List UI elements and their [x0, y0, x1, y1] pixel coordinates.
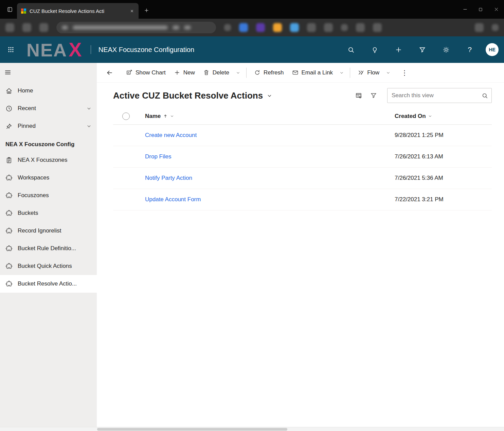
close-button[interactable]	[488, 0, 504, 19]
extension-blurred-icon[interactable]	[290, 23, 299, 32]
delete-dropdown-chevron-icon[interactable]	[233, 66, 243, 80]
extension-blurred-icon[interactable]	[224, 24, 231, 31]
view-search-input[interactable]	[392, 92, 482, 99]
sitemap-sidebar: Home Recent Pinned NEA X	[0, 63, 97, 427]
new-tab-button[interactable]	[141, 4, 152, 16]
flow-button[interactable]: Flow	[354, 66, 383, 80]
sidebar-item-recent[interactable]: Recent	[0, 100, 97, 117]
sitemap-group-title: NEA X Focuszone Config	[0, 135, 97, 151]
email-dropdown-chevron-icon[interactable]	[337, 66, 346, 80]
reload-nav-blurred-icon[interactable]	[39, 23, 48, 32]
forward-nav-blurred-icon[interactable]	[22, 23, 31, 32]
column-header-name[interactable]: Name	[139, 113, 386, 120]
extension-blurred-icon[interactable]	[239, 23, 248, 32]
sidebar-item-bucket-rule-definitions[interactable]: Bucket Rule Definitio...	[0, 240, 97, 257]
trash-icon	[203, 69, 210, 76]
search-icon[interactable]	[343, 42, 359, 57]
record-link[interactable]: Update Account Form	[145, 196, 201, 203]
extension-blurred-icon[interactable]	[273, 23, 282, 32]
gear-icon[interactable]	[438, 42, 454, 57]
sidebar-item-home[interactable]: Home	[0, 82, 97, 100]
email-icon	[292, 69, 299, 76]
sitemap-collapse-icon[interactable]	[0, 63, 97, 82]
plus-icon[interactable]	[391, 42, 406, 57]
extension-blurred-icon[interactable]	[356, 23, 365, 32]
sidebar-item-nea-x-focuszones[interactable]: NEA X Focuszones	[0, 151, 97, 169]
sidebar-item-label: Focuszones	[18, 192, 49, 199]
filter-icon[interactable]	[414, 42, 430, 57]
browser-tab[interactable]: CUZ Bucket Resolve Actions Acti	[17, 3, 139, 19]
record-link[interactable]: Drop Files	[145, 153, 171, 160]
browser-menu-blurred-icon[interactable]	[492, 24, 499, 31]
edit-filters-icon[interactable]	[366, 88, 381, 103]
browser-titlebar: CUZ Bucket Resolve Actions Acti	[0, 0, 504, 19]
sidebar-item-workspaces[interactable]: Workspaces	[0, 169, 97, 187]
user-avatar[interactable]: HE	[486, 43, 499, 56]
addr-blurred-icon	[173, 25, 179, 30]
logo-accent: X	[69, 40, 82, 59]
flow-dropdown-chevron-icon[interactable]	[383, 66, 393, 80]
back-nav-blurred-icon[interactable]	[5, 23, 14, 32]
extension-blurred-icon[interactable]	[341, 24, 348, 31]
extension-blurred-icon[interactable]	[256, 23, 265, 32]
extension-blurred-icon[interactable]	[324, 23, 333, 32]
created-on-value: 7/26/2021 6:13 AM	[386, 153, 492, 160]
lock-blurred-icon	[62, 25, 68, 30]
sidebar-item-label: Home	[18, 87, 33, 94]
email-a-link-button[interactable]: Email a Link	[288, 66, 337, 80]
records-grid: Name Created On Create new Account 9/28/…	[113, 108, 492, 210]
chevron-down-icon[interactable]	[87, 124, 91, 128]
created-on-value: 9/28/2021 1:25 PM	[386, 132, 492, 139]
record-link[interactable]: Notify Party Action	[145, 175, 192, 181]
pin-icon	[5, 123, 13, 130]
extension-blurred-icon[interactable]	[307, 23, 316, 32]
sidebar-item-bucket-quick-actions[interactable]: Bucket Quick Actions	[0, 257, 97, 275]
sidebar-item-label: Buckets	[18, 210, 38, 217]
waffle-menu-icon[interactable]	[3, 42, 18, 57]
chevron-down-icon	[170, 114, 174, 118]
maximize-button[interactable]	[473, 0, 488, 19]
browser-window: CUZ Bucket Resolve Actions Acti	[0, 0, 504, 431]
new-button[interactable]: New	[170, 66, 199, 80]
chevron-down-icon[interactable]	[87, 106, 91, 111]
more-commands-icon[interactable]: ⋮	[398, 66, 411, 80]
view-selector[interactable]: Active CUZ Bucket Resolve Actions	[113, 90, 272, 101]
sidebar-item-pinned[interactable]: Pinned	[0, 117, 97, 135]
tab-close-icon[interactable]	[129, 8, 135, 14]
table-row[interactable]: Notify Party Action 7/26/2021 5:36 AM	[113, 168, 492, 189]
record-link[interactable]: Create new Account	[145, 132, 197, 138]
address-bar[interactable]	[56, 22, 216, 33]
lightbulb-icon[interactable]	[367, 42, 382, 57]
help-icon[interactable]: ?	[462, 42, 478, 57]
sidebar-item-buckets[interactable]: Buckets	[0, 204, 97, 222]
horizontal-scrollbar[interactable]	[0, 427, 504, 431]
minimize-button[interactable]	[457, 0, 473, 19]
extension-blurred-icon[interactable]	[373, 23, 382, 32]
neax-logo: NEA X	[26, 40, 82, 59]
clipboard-icon	[5, 157, 13, 164]
sidebar-item-focuszones[interactable]: Focuszones	[0, 187, 97, 204]
column-name-label: Name	[145, 113, 161, 120]
column-header-created-on[interactable]: Created On	[386, 113, 492, 120]
command-bar: Show Chart New Delete Refresh	[97, 63, 504, 83]
edit-columns-icon[interactable]	[351, 88, 366, 103]
scrollbar-thumb[interactable]	[97, 428, 287, 431]
sidebar-item-label: Recent	[18, 105, 36, 112]
show-chart-label: Show Chart	[136, 69, 166, 76]
table-row[interactable]: Create new Account 9/28/2021 1:25 PM	[113, 125, 492, 146]
show-chart-button[interactable]: Show Chart	[122, 66, 170, 80]
sidebar-item-record-ignorelist[interactable]: Record Ignorelist	[0, 222, 97, 240]
delete-button[interactable]: Delete	[199, 66, 233, 80]
back-button[interactable]	[102, 65, 117, 80]
table-row[interactable]: Drop Files 7/26/2021 6:13 AM	[113, 146, 492, 168]
view-header: Active CUZ Bucket Resolve Actions	[97, 83, 504, 106]
sidebar-item-bucket-resolve-actions[interactable]: Bucket Resolve Actio...	[0, 275, 97, 293]
refresh-button[interactable]: Refresh	[250, 66, 288, 80]
select-all-checkbox[interactable]	[122, 113, 130, 120]
search-icon[interactable]	[482, 92, 488, 99]
profile-blurred-icon[interactable]	[475, 23, 484, 32]
home-icon	[5, 87, 13, 94]
tab-actions-icon[interactable]	[4, 4, 16, 15]
chevron-down-icon	[428, 114, 432, 118]
table-row[interactable]: Update Account Form 7/22/2021 3:21 PM	[113, 189, 492, 210]
